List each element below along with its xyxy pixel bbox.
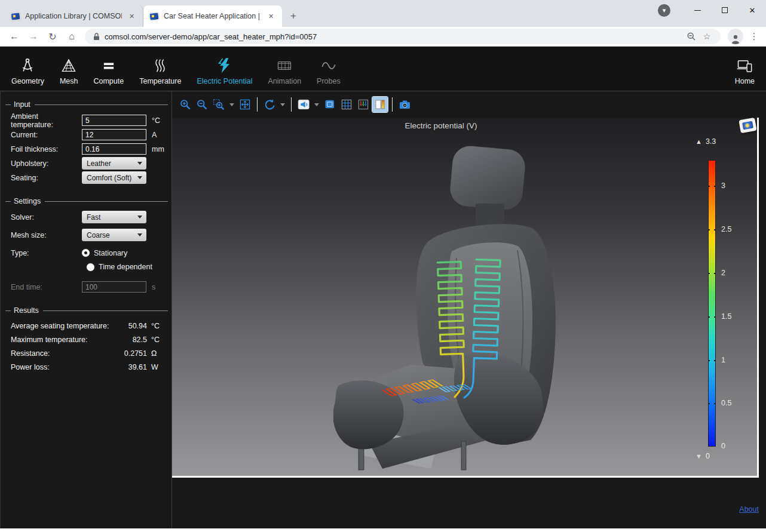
field-unit: s [152,283,155,291]
zoom-in-button[interactable] [177,97,193,112]
result-row: Resistance: 0.2751 Ω [11,347,167,360]
scene-light-button[interactable] [296,97,311,112]
foil-thickness-row: Foil thickness: mm [11,142,167,156]
url-text[interactable]: comsol.com/server-demo/app/car_seat_heat… [105,32,684,41]
window-maximize-button[interactable] [711,1,739,19]
parameters-panel: Input Ambient temperature: °C Current: A… [1,91,172,528]
reset-view-button[interactable] [262,97,277,112]
comsol-favicon-icon [149,12,159,21]
new-tab-button[interactable]: + [286,8,301,24]
status-area: About [172,478,766,528]
ribbon-mesh-button[interactable]: Mesh [52,47,86,91]
tab-title: Car Seat Heater Application | CO [164,12,261,20]
legend-max-value: 3.3 [706,137,716,146]
zoom-box-dropdown-icon[interactable] [229,103,234,106]
field-label: Solver: [11,213,82,222]
plot-title: Electric potential (V) [172,121,710,130]
window-minimize-button[interactable] [684,1,711,19]
reset-view-dropdown-icon[interactable] [280,103,285,106]
solver-select[interactable]: Fast [82,211,146,223]
window-close-button[interactable]: ✕ [739,1,766,19]
electric-potential-bolt-icon [216,56,234,76]
time-dependent-radio-option[interactable]: Time dependent [87,260,167,273]
type-row: Type: Stationary [11,246,167,260]
legend-tick: 2.5 [721,225,731,233]
ribbon-electric-potential-button[interactable]: Electric Potential [189,47,260,91]
zoom-indicator-icon[interactable] [684,29,699,44]
current-input[interactable] [82,129,146,140]
forward-icon[interactable]: → [25,28,42,45]
graphics-panel: Electric potential (V) [172,91,766,528]
field-unit: °C [152,116,160,125]
transparency-button[interactable] [322,97,338,112]
chevron-down-icon [137,162,142,165]
ribbon-compute-button[interactable]: Compute [85,47,131,91]
scene-light-dropdown-icon[interactable] [314,103,319,106]
comsol-logo-icon [742,121,753,130]
solver-row: Solver: Fast [11,210,167,224]
about-link[interactable]: About [739,505,759,513]
toolbar-separator [257,97,258,112]
ribbon-probes-button: Probes [309,47,348,91]
ribbon-home-button[interactable]: Home [727,47,762,91]
seating-select[interactable]: Comfort (Soft) [82,171,146,184]
chevron-down-icon [137,216,142,219]
result-value: 39.61 [110,363,147,371]
result-value: 82.5 [110,336,147,344]
foil-thickness-input[interactable] [82,143,146,155]
ribbon-temperature-button[interactable]: Temperature [131,47,189,91]
legend-min-value: 0 [706,452,710,460]
radio-selected-icon[interactable] [82,249,90,257]
zoom-extents-button[interactable] [237,97,253,112]
zoom-box-button[interactable] [211,97,226,112]
chevron-down-icon [137,233,142,236]
field-unit: A [152,131,157,139]
upholstery-select[interactable]: Leather [82,157,146,170]
field-label: Foil thickness: [11,145,82,153]
ribbon-animation-button: Animation [261,47,310,91]
back-icon[interactable]: ← [6,28,23,45]
ribbon-geometry-button[interactable]: Geometry [4,47,52,91]
tab-car-seat-heater[interactable]: Car Seat Heater Application | CO ✕ [143,5,282,27]
graphics-toolbar [172,91,766,118]
show-grid-button[interactable] [339,97,354,112]
show-color-legend-button[interactable] [372,97,388,112]
window-controls: ▾ ✕ [658,0,766,20]
tab-application-library[interactable]: Application Library | COMSOL Se ✕ [5,5,143,27]
seating-row: Seating: Comfort (Soft) [11,171,167,184]
ambient-temperature-input[interactable] [82,115,146,126]
compute-equals-icon [100,56,118,76]
browser-update-icon[interactable]: ▾ [658,4,670,17]
result-unit: °C [151,322,167,330]
end-time-row: End time: s [11,280,167,294]
ambient-temperature-row: Ambient temperature: °C [11,113,167,127]
comsol-logo-button[interactable] [739,118,756,133]
image-snapshot-button[interactable] [397,97,412,112]
geometry-icon [19,56,36,76]
zoom-out-button[interactable] [194,97,210,112]
legend-tick: 3 [721,182,725,190]
input-section-title: Input [5,100,168,109]
tab-close-icon[interactable]: ✕ [266,11,276,21]
browser-menu-icon[interactable]: ⋮ [747,31,761,42]
field-label: Type: [11,249,82,257]
lock-icon [93,33,100,41]
browser-home-icon[interactable]: ⌂ [63,28,80,45]
mesh-size-row: Mesh size: Coarse [11,228,167,242]
browser-address-bar: ← → ↻ ⌂ comsol.com/server-demo/app/car_s… [0,27,766,47]
field-label: Current: [11,131,82,139]
current-row: Current: A [11,128,167,142]
url-omnibox[interactable]: comsol.com/server-demo/app/car_seat_heat… [85,29,721,44]
browser-tab-strip: Application Library | COMSOL Se ✕ Car Se… [0,0,766,27]
bookmark-star-icon[interactable]: ☆ [699,29,715,44]
radio-unselected-icon[interactable] [87,263,94,271]
legend-max-marker-icon: ▲ [695,138,702,145]
plot-canvas-3d-view[interactable]: Electric potential (V) [172,118,759,478]
reload-icon[interactable]: ↻ [44,28,61,45]
legend-min: ▼ 0 [695,452,710,460]
stationary-radio-option[interactable]: Stationary [82,247,127,260]
material-color-button[interactable] [356,97,371,112]
profile-avatar[interactable] [728,29,743,44]
tab-close-icon[interactable]: ✕ [127,11,137,21]
mesh-size-select[interactable]: Coarse [82,229,146,241]
